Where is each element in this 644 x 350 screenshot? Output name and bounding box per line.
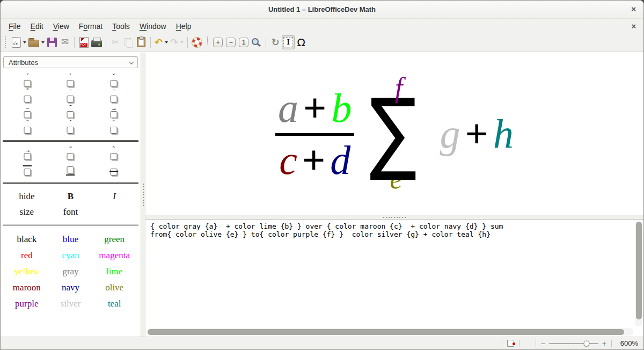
sigma-symbol: ∑	[370, 97, 417, 167]
vertical-scrollbar-thumb[interactable]	[636, 222, 642, 319]
attribute-dot[interactable]: ˙	[64, 91, 76, 103]
zoom-out-button[interactable]: −	[224, 35, 237, 49]
attribute-dddot[interactable]: ···	[21, 107, 33, 119]
open-dropdown-arrow[interactable]	[41, 41, 45, 43]
elements-category-label: Attributes	[9, 59, 38, 67]
formula-cursor-button[interactable]: I	[282, 35, 295, 49]
color-navy[interactable]: navy	[49, 282, 93, 293]
color-green[interactable]: green	[92, 234, 136, 245]
attribute-circle[interactable]: ˚	[21, 91, 33, 103]
show-all-button[interactable]	[250, 35, 263, 49]
vertical-scrollbar[interactable]	[635, 221, 642, 326]
attribute-overline[interactable]	[21, 164, 33, 176]
toolbar-separator	[266, 37, 266, 48]
attribute-bar[interactable]: ¯	[64, 107, 76, 119]
color-gray[interactable]: gray	[49, 266, 93, 277]
color-maroon[interactable]: maroon	[5, 282, 49, 293]
undo-button[interactable]: ↶	[153, 35, 169, 49]
undo-dropdown-arrow[interactable]	[165, 41, 168, 43]
color-red[interactable]: red	[5, 250, 49, 261]
attribute-widevec[interactable]: →	[21, 149, 33, 161]
cut-button[interactable]: ✂	[109, 35, 122, 49]
window-close-button[interactable]: ×	[631, 5, 636, 13]
color-yellow[interactable]: yellow	[5, 266, 49, 277]
panel-separator	[3, 182, 138, 184]
color-lime[interactable]: lime	[92, 266, 136, 277]
zoom-in-control[interactable]: +	[602, 340, 606, 347]
format-italic[interactable]: I	[92, 191, 136, 202]
menu-window[interactable]: Window	[135, 20, 171, 33]
symbols-catalog-button[interactable]: Ω	[295, 35, 308, 49]
menu-view[interactable]: View	[48, 20, 74, 33]
toolbar-grip[interactable]	[5, 37, 6, 48]
attribute-tilde[interactable]: ˜	[21, 122, 33, 134]
format-bold[interactable]: B	[49, 191, 93, 202]
formula-token-plus: +	[303, 88, 326, 128]
color-black[interactable]: black	[5, 234, 49, 245]
new-formula-icon: √x	[12, 37, 21, 48]
color-blue[interactable]: blue	[49, 234, 93, 245]
copy-button[interactable]	[122, 35, 135, 49]
color-olive[interactable]: olive	[92, 282, 136, 293]
help-button[interactable]	[191, 35, 203, 49]
format-hide[interactable]: hide	[5, 191, 49, 202]
save-button[interactable]	[46, 35, 58, 49]
new-formula-dropdown-arrow[interactable]	[23, 41, 26, 43]
placeholder-box	[110, 80, 117, 87]
attribute-breve[interactable]: ˘	[108, 76, 120, 88]
horizontal-scrollbar[interactable]	[147, 328, 633, 336]
email-button[interactable]: ✉	[58, 35, 71, 49]
format-size[interactable]: size	[5, 207, 49, 217]
open-button[interactable]	[27, 35, 46, 49]
horizontal-scrollbar-thumb[interactable]	[148, 329, 624, 335]
attributes-grid-bottom: →˜ˆ	[1, 144, 141, 179]
command-input[interactable]: { color gray {a} + color lime {b} } over…	[147, 221, 633, 326]
grave-accent: `	[69, 74, 72, 79]
elements-category-dropdown[interactable]: Attributes	[3, 56, 138, 68]
zoom-slider-track[interactable]	[549, 343, 598, 344]
attribute-acute[interactable]: ´	[21, 76, 33, 88]
attributes-grid-top: ´`˘˚˙¨···¯→˜ˆˇ	[1, 71, 141, 137]
print-button[interactable]	[90, 35, 103, 49]
zoom-in-button[interactable]: +	[211, 35, 224, 49]
attribute-check[interactable]: ˇ	[108, 122, 120, 134]
zoom-level[interactable]: 600%	[617, 339, 638, 347]
horizontal-splitter[interactable]	[145, 215, 643, 220]
zoom-out-control[interactable]: −	[541, 340, 545, 347]
color-cyan[interactable]: cyan	[49, 250, 93, 261]
zoom-100-button[interactable]: 1	[237, 35, 250, 49]
update-button[interactable]: ↻	[269, 35, 282, 49]
document-close-button[interactable]: ×	[632, 22, 636, 31]
placeholder-box	[24, 96, 31, 103]
attribute-vec[interactable]: →	[108, 107, 120, 119]
export-pdf-button[interactable]: PDF	[77, 35, 90, 49]
color-silver[interactable]: silver	[49, 298, 93, 309]
zoom-slider[interactable]: − +	[541, 340, 606, 347]
placeholder-box	[24, 169, 31, 176]
attribute-widetilde[interactable]: ˜	[64, 149, 76, 161]
format-font[interactable]: font	[49, 207, 93, 217]
color-teal[interactable]: teal	[92, 298, 136, 309]
menu-help[interactable]: Help	[171, 20, 196, 33]
formula-view[interactable]: a+b c+d f ∑ e g+h	[145, 53, 643, 215]
attribute-underline[interactable]	[64, 164, 76, 176]
color-purple[interactable]: purple	[5, 298, 49, 309]
redo-button[interactable]: ↷	[169, 35, 185, 49]
elements-panel: Attributes ´`˘˚˙¨···¯→˜ˆˇ →˜ˆ hideBIsize…	[1, 53, 141, 337]
zoom-slider-handle[interactable]	[583, 340, 589, 346]
menu-tools[interactable]: Tools	[107, 20, 135, 33]
attribute-hat[interactable]: ˆ	[64, 122, 76, 134]
menu-format[interactable]: Format	[74, 20, 107, 33]
redo-dropdown-arrow[interactable]	[180, 41, 184, 43]
menu-file[interactable]: File	[4, 20, 26, 33]
menu-edit[interactable]: Edit	[26, 20, 48, 33]
paste-button[interactable]	[135, 35, 148, 49]
attribute-ddot[interactable]: ¨	[108, 91, 120, 103]
vertical-splitter[interactable]	[141, 53, 145, 337]
attribute-overstrike[interactable]	[108, 164, 120, 176]
new-formula-button[interactable]: √x	[11, 35, 27, 49]
modified-indicator-icon	[507, 340, 514, 347]
attribute-grave[interactable]: `	[64, 76, 76, 88]
color-magenta[interactable]: magenta	[92, 250, 136, 261]
attribute-widehat[interactable]: ˆ	[108, 149, 120, 161]
